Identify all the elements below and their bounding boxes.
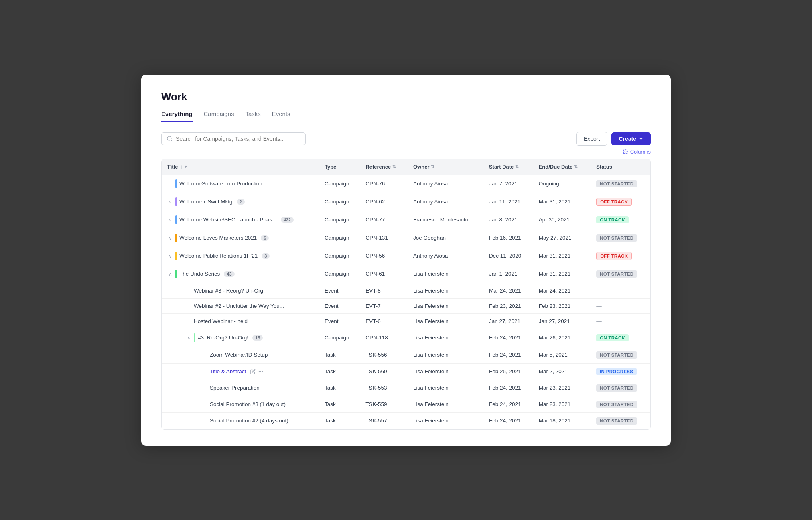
tab-tasks[interactable]: Tasks <box>245 110 260 122</box>
edit-icon[interactable] <box>250 369 256 374</box>
svg-point-4 <box>260 371 261 372</box>
row-12-owner: Lisa Feierstein <box>408 363 483 380</box>
status-badge[interactable]: ON TRACK <box>596 334 629 341</box>
table-row: Title & Abstract TaskTSK-560Lisa Feierst… <box>162 363 650 380</box>
row-1-owner: Anthony Aiosa <box>408 175 483 193</box>
row-9-reference: EVT-6 <box>360 313 408 329</box>
row-11-title-cell: Zoom Webinar/ID Setup <box>162 347 319 363</box>
search-input[interactable] <box>176 136 300 142</box>
row-12-title[interactable]: Title & Abstract <box>210 368 246 374</box>
row-5-status: OFF TRACK <box>591 247 650 265</box>
chevron-down-icon <box>639 136 644 141</box>
expand-chevron[interactable]: ∨ <box>167 253 173 259</box>
search-wrapper[interactable] <box>161 132 306 145</box>
row-12-type: Task <box>319 363 360 380</box>
status-badge[interactable]: NOT STARTED <box>596 270 637 278</box>
table-row: ∨Welcome Loves Marketers 20216CampaignCP… <box>162 229 650 247</box>
expand-chevron[interactable]: ∨ <box>167 217 173 223</box>
row-15-end-date: Mar 18, 2021 <box>533 412 591 429</box>
status-badge[interactable]: NOT STARTED <box>596 180 637 187</box>
table-row: Social Promotion #3 (1 day out)TaskTSK-5… <box>162 396 650 412</box>
status-badge[interactable]: NOT STARTED <box>596 351 637 359</box>
row-3-type: Campaign <box>319 211 360 229</box>
row-4-reference: CPN-131 <box>360 229 408 247</box>
row-2-end-date: Mar 31, 2021 <box>533 193 591 211</box>
page-title: Work <box>161 91 651 103</box>
row-13-status: NOT STARTED <box>591 380 650 396</box>
expand-chevron[interactable]: ∨ <box>167 235 173 241</box>
status-badge[interactable]: OFF TRACK <box>596 198 632 206</box>
row-13-reference: TSK-553 <box>360 380 408 396</box>
row-2-type: Campaign <box>319 193 360 211</box>
row-10-end-date: Mar 26, 2021 <box>533 329 591 347</box>
svg-point-2 <box>625 151 626 152</box>
row-8-end-date: Feb 23, 2021 <box>533 298 591 313</box>
tab-events[interactable]: Events <box>272 110 290 122</box>
row-4-start-date: Feb 16, 2021 <box>483 229 533 247</box>
title-dropdown-icon[interactable]: ▾ <box>185 164 187 169</box>
row-9-start-date: Jan 27, 2021 <box>483 313 533 329</box>
ref-sort-icon[interactable]: ⇅ <box>392 164 396 169</box>
row-9-type: Event <box>319 313 360 329</box>
row-4-owner: Joe Geoghan <box>408 229 483 247</box>
status-badge[interactable]: IN PROGRESS <box>596 368 637 375</box>
row-3-owner: Francesco Montesanto <box>408 211 483 229</box>
row-4-title: Welcome Loves Marketers 2021 <box>179 235 257 241</box>
row-8-reference: EVT-7 <box>360 298 408 313</box>
row-4-title-cell: ∨Welcome Loves Marketers 20216 <box>162 229 319 247</box>
tab-everything[interactable]: Everything <box>161 110 193 122</box>
row-6-reference: CPN-61 <box>360 265 408 283</box>
export-button[interactable]: Export <box>576 132 607 146</box>
status-badge[interactable]: NOT STARTED <box>596 384 637 392</box>
row-10-owner: Lisa Feierstein <box>408 329 483 347</box>
row-11-owner: Lisa Feierstein <box>408 347 483 363</box>
row-3-title: Welcome Website/SEO Launch - Phas... <box>179 217 277 223</box>
row-14-owner: Lisa Feierstein <box>408 396 483 412</box>
expand-chevron[interactable]: ∨ <box>167 199 173 205</box>
row-9-status: — <box>591 313 650 329</box>
row-8-type: Event <box>319 298 360 313</box>
row-15-owner: Lisa Feierstein <box>408 412 483 429</box>
owner-sort-icon[interactable]: ⇅ <box>431 164 434 169</box>
color-bar <box>175 197 177 206</box>
status-badge: — <box>596 303 602 309</box>
row-12-end-date: Mar 2, 2021 <box>533 363 591 380</box>
more-icon[interactable] <box>258 369 264 374</box>
status-badge[interactable]: OFF TRACK <box>596 252 632 260</box>
expand-chevron[interactable]: ∧ <box>167 271 173 277</box>
status-badge[interactable]: ON TRACK <box>596 216 629 223</box>
color-bar <box>194 333 195 342</box>
table-row: ∨Welcome Public Relations 1H'213Campaign… <box>162 247 650 265</box>
status-badge[interactable]: NOT STARTED <box>596 417 637 425</box>
row-6-type: Campaign <box>319 265 360 283</box>
add-title-icon[interactable]: + <box>180 164 183 170</box>
color-bar <box>175 215 177 224</box>
work-table: Title + ▾ Type Reference ⇅ <box>161 159 651 430</box>
status-badge[interactable]: NOT STARTED <box>596 234 637 242</box>
badge-count: 3 <box>262 253 270 259</box>
col-type: Type <box>319 159 360 175</box>
status-badge: — <box>596 318 602 324</box>
end-sort-icon[interactable]: ⇅ <box>574 164 578 169</box>
row-14-start-date: Feb 24, 2021 <box>483 396 533 412</box>
table-row: WelcomeSoftware.com ProductionCampaignCP… <box>162 175 650 193</box>
row-1-title-cell: WelcomeSoftware.com Production <box>162 175 319 193</box>
row-13-title: Speaker Preparation <box>210 385 260 391</box>
toolbar-right: Export Create <box>576 132 651 146</box>
expand-chevron[interactable]: ∧ <box>186 335 191 341</box>
row-15-reference: TSK-557 <box>360 412 408 429</box>
create-button[interactable]: Create <box>611 132 651 145</box>
row-3-reference: CPN-77 <box>360 211 408 229</box>
status-badge[interactable]: NOT STARTED <box>596 401 637 408</box>
color-bar <box>175 270 177 278</box>
row-10-start-date: Feb 24, 2021 <box>483 329 533 347</box>
row-9-title-cell: Hosted Webinar - held <box>162 313 319 329</box>
columns-button[interactable]: Columns <box>161 149 651 155</box>
start-sort-icon[interactable]: ⇅ <box>515 164 519 169</box>
row-15-title-cell: Social Promotion #2 (4 days out) <box>162 412 319 429</box>
row-4-type: Campaign <box>319 229 360 247</box>
tab-campaigns[interactable]: Campaigns <box>204 110 234 122</box>
row-7-status: — <box>591 283 650 298</box>
col-status: Status <box>591 159 650 175</box>
row-12-status: IN PROGRESS <box>591 363 650 380</box>
